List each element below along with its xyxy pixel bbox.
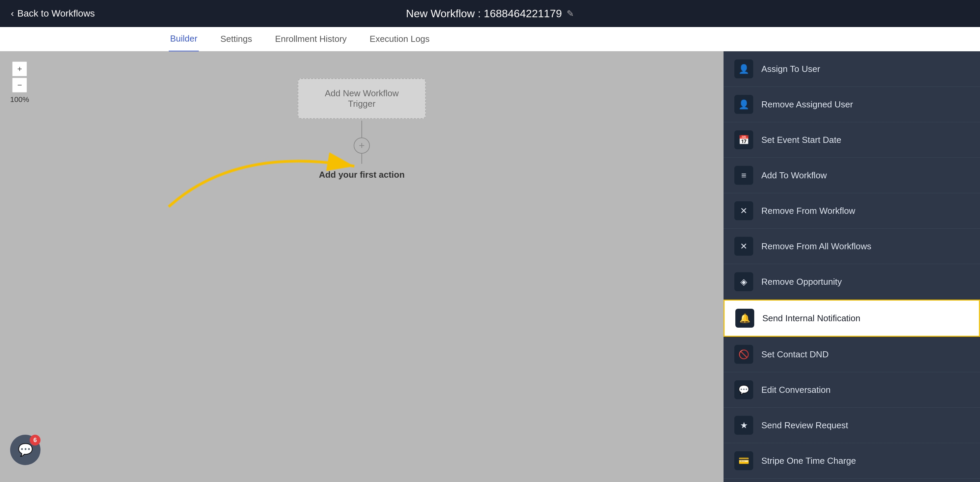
sidebar-item-remove-from-workflow[interactable]: ✕Remove From Workflow: [724, 193, 980, 229]
remove-from-all-workflows-icon: ✕: [734, 237, 753, 256]
zoom-controls: + − 100%: [10, 61, 29, 104]
sidebar-item-stripe-one-time-charge[interactable]: 💳Stripe One Time Charge: [724, 443, 980, 479]
stripe-one-time-charge-label: Stripe One Time Charge: [761, 456, 856, 466]
remove-from-workflow-label: Remove From Workflow: [761, 206, 855, 216]
sidebar-item-set-contact-dnd[interactable]: 🚫Set Contact DND: [724, 337, 980, 372]
tabs-bar: Builder Settings Enrollment History Exec…: [0, 27, 980, 51]
remove-assigned-user-label: Remove Assigned User: [761, 99, 853, 110]
workflow-trigger-box[interactable]: Add New WorkflowTrigger: [298, 78, 426, 119]
stripe-one-time-charge-icon: 💳: [734, 451, 753, 470]
set-contact-dnd-icon: 🚫: [734, 345, 753, 364]
send-internal-notification-label: Send Internal Notification: [762, 313, 861, 324]
add-to-workflow-icon: ≡: [734, 166, 753, 185]
sidebar-item-send-internal-notification[interactable]: 🔔Send Internal Notification: [724, 300, 980, 337]
tab-enrollment-history[interactable]: Enrollment History: [274, 34, 348, 51]
sidebar-item-set-event-start-date[interactable]: 📅Set Event Start Date: [724, 122, 980, 158]
sidebar-item-assign-to-user[interactable]: 👤Assign To User: [724, 51, 980, 87]
back-label: Back to Workflows: [17, 8, 95, 19]
tab-settings[interactable]: Settings: [219, 34, 253, 51]
workflow-title: New Workflow : 1688464221179 ✎: [406, 8, 574, 20]
sidebar-item-edit-conversation[interactable]: 💬Edit Conversation: [724, 372, 980, 408]
assign-to-user-label: Assign To User: [761, 64, 820, 74]
sidebar-item-send-review-request[interactable]: ★Send Review Request: [724, 408, 980, 443]
add-action-label: Add your first action: [319, 169, 405, 180]
sidebar-item-remove-from-all-workflows[interactable]: ✕Remove From All Workflows: [724, 229, 980, 264]
zoom-in-button[interactable]: +: [12, 61, 27, 77]
trigger-box-label: Add New WorkflowTrigger: [325, 88, 399, 109]
sidebar-item-add-to-workflow[interactable]: ≡Add To Workflow: [724, 158, 980, 193]
chevron-left-icon: ‹: [11, 8, 14, 19]
send-review-request-icon: ★: [734, 416, 753, 435]
zoom-level: 100%: [10, 95, 29, 104]
remove-opportunity-label: Remove Opportunity: [761, 277, 842, 287]
remove-opportunity-icon: ◈: [734, 272, 753, 291]
remove-assigned-user-icon: 👤: [734, 95, 753, 114]
header: ‹ Back to Workflows New Workflow : 16884…: [0, 0, 980, 27]
tab-builder[interactable]: Builder: [169, 34, 199, 52]
sidebar-item-update-appointment-status[interactable]: 📅Update Appointment Status: [724, 479, 980, 482]
workflow-connector: +: [354, 121, 370, 164]
remove-from-all-workflows-label: Remove From All Workflows: [761, 241, 871, 252]
tab-execution-logs[interactable]: Execution Logs: [368, 34, 431, 51]
zoom-out-button[interactable]: −: [12, 78, 27, 93]
workflow-canvas[interactable]: + − 100% Add New WorkflowTrigger + Add y…: [0, 51, 724, 482]
chat-widget[interactable]: 💬 6: [10, 435, 40, 465]
send-internal-notification-icon: 🔔: [735, 309, 754, 328]
set-event-start-date-icon: 📅: [734, 130, 753, 149]
remove-from-workflow-icon: ✕: [734, 201, 753, 220]
connector-line-top: [361, 121, 362, 137]
chat-icon: 💬: [18, 443, 33, 457]
add-to-workflow-label: Add To Workflow: [761, 170, 827, 181]
sidebar-item-remove-opportunity[interactable]: ◈Remove Opportunity: [724, 264, 980, 300]
assign-to-user-icon: 👤: [734, 59, 753, 78]
set-contact-dnd-label: Set Contact DND: [761, 349, 829, 360]
edit-conversation-icon: 💬: [734, 380, 753, 399]
set-event-start-date-label: Set Event Start Date: [761, 135, 841, 145]
back-to-workflows-button[interactable]: ‹ Back to Workflows: [11, 8, 95, 19]
edit-conversation-label: Edit Conversation: [761, 385, 830, 395]
main-layout: + − 100% Add New WorkflowTrigger + Add y…: [0, 51, 980, 482]
action-sidebar: 👤Assign To User👤Remove Assigned User📅Set…: [724, 51, 980, 482]
chat-badge: 6: [30, 435, 40, 445]
sidebar-item-remove-assigned-user[interactable]: 👤Remove Assigned User: [724, 87, 980, 122]
edit-title-icon[interactable]: ✎: [566, 8, 574, 19]
send-review-request-label: Send Review Request: [761, 420, 848, 431]
add-action-button[interactable]: +: [354, 137, 370, 154]
connector-line-bottom: [361, 154, 362, 164]
